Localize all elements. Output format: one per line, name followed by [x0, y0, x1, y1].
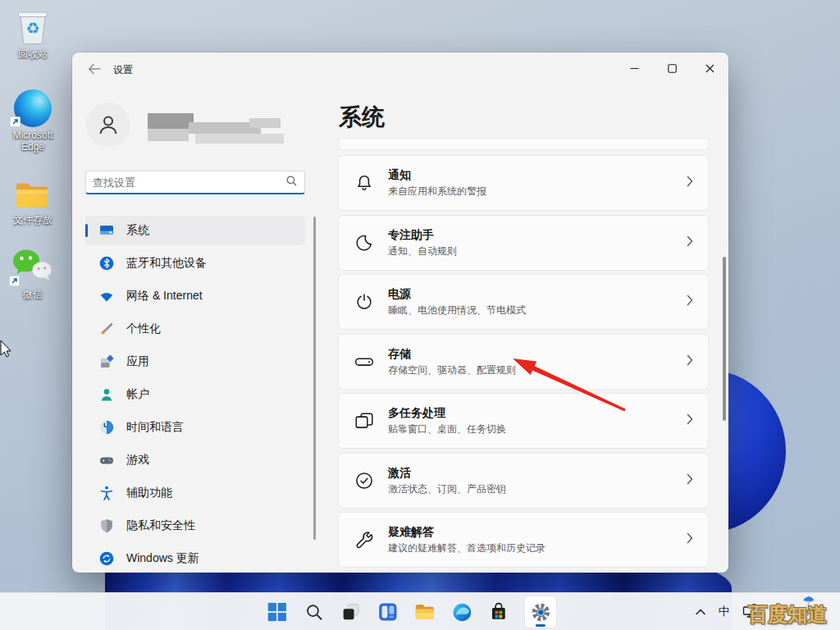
shortcut-arrow-icon — [9, 276, 20, 286]
card-subtitle: 建议的疑难解答、首选项和历史记录 — [388, 541, 687, 555]
sidebar-item-network[interactable]: 网络 & Internet — [85, 281, 305, 311]
ime-indicator[interactable]: 中 — [719, 605, 730, 619]
sidebar-item-gaming[interactable]: 游戏 — [85, 445, 305, 475]
bell-icon — [354, 172, 375, 194]
card-subtitle: 贴靠窗口、桌面、任务切换 — [388, 422, 687, 436]
card-notifications[interactable]: 通知来自应用和系统的警报 — [338, 155, 709, 211]
desktop-icon-column: ♻ 回收站 Microsoft Edge 文件存放 — [3, 5, 62, 312]
desktop-icon-label: 微信 — [3, 289, 62, 300]
chevron-right-icon — [687, 354, 693, 369]
edge-icon — [3, 86, 62, 127]
task-view-icon[interactable] — [340, 600, 363, 623]
maximize-button[interactable] — [653, 52, 691, 84]
card-title: 存储 — [388, 346, 687, 361]
desktop-icon-folder[interactable]: 文件存放 — [3, 171, 62, 226]
card-storage[interactable]: 存储存储空间、驱动器、配置规则 — [338, 334, 709, 390]
card-title: 激活 — [388, 465, 687, 480]
wrench-icon — [354, 529, 375, 550]
sidebar-item-windows-update[interactable]: Windows 更新 — [85, 544, 305, 573]
desktop-icon-label: Microsoft Edge — [3, 130, 62, 153]
card-title: 疑难解答 — [388, 524, 687, 539]
watermark-text: 百度知道 — [748, 603, 827, 625]
bluetooth-icon — [98, 255, 115, 272]
tray-chevron-up-icon[interactable] — [695, 605, 706, 619]
sidebar-item-privacy[interactable]: 隐私和安全性 — [85, 511, 305, 541]
card-title: 专注助手 — [388, 227, 687, 242]
wechat-icon — [3, 245, 62, 286]
chevron-right-icon — [687, 413, 693, 428]
window-title: 设置 — [113, 63, 133, 77]
card-focus-assist[interactable]: 专注助手通知、自动规则 — [338, 215, 709, 271]
desktop-icon-label: 回收站 — [3, 48, 62, 60]
sidebar-item-personalization[interactable]: 个性化 — [85, 314, 305, 344]
card-troubleshoot[interactable]: 疑难解答建议的疑难解答、首选项和历史记录 — [338, 512, 709, 568]
minimize-button[interactable] — [615, 52, 653, 84]
file-explorer-icon[interactable] — [413, 600, 436, 623]
taskbar-settings-icon[interactable] — [524, 596, 557, 628]
desktop-icon-label: 文件存放 — [3, 214, 62, 226]
desktop-icon-recycle-bin[interactable]: ♻ 回收站 — [3, 5, 62, 60]
folder-icon — [3, 171, 62, 212]
card-subtitle: 睡眠、电池使用情况、节电模式 — [388, 304, 687, 317]
widgets-icon[interactable] — [377, 600, 399, 623]
sidebar-scrollbar[interactable] — [313, 217, 316, 540]
check-circle-icon — [354, 470, 375, 491]
network-icon — [98, 288, 115, 304]
card-power[interactable]: 电源睡眠、电池使用情况、节电模式 — [338, 274, 709, 330]
search-icon — [286, 175, 297, 189]
sidebar-item-accessibility[interactable]: 辅助功能 — [85, 478, 305, 508]
sidebar-item-label: 帐户 — [126, 387, 149, 402]
sidebar-item-apps[interactable]: 应用 — [85, 347, 305, 377]
storage-drive-icon — [354, 351, 375, 372]
search-input[interactable] — [86, 176, 286, 189]
chevron-right-icon — [687, 532, 693, 547]
sidebar-item-label: 时间和语言 — [126, 420, 184, 435]
sidebar-item-bluetooth[interactable]: 蓝牙和其他设备 — [85, 249, 305, 278]
personalization-icon — [98, 321, 115, 337]
sidebar-item-system[interactable]: 系统 — [85, 216, 305, 245]
taskbar-center-icons — [266, 593, 557, 630]
sidebar-item-accounts[interactable]: 帐户 — [85, 380, 305, 409]
sidebar-item-label: Windows 更新 — [126, 551, 199, 566]
power-icon — [354, 291, 375, 313]
content-scrollbar[interactable] — [723, 257, 726, 421]
microsoft-store-icon[interactable] — [487, 600, 510, 623]
chevron-right-icon — [687, 294, 693, 309]
chevron-right-icon — [687, 235, 693, 250]
card-multitasking[interactable]: 多任务处理贴靠窗口、桌面、任务切换 — [338, 393, 709, 449]
multitask-windows-icon — [354, 410, 375, 431]
chevron-right-icon — [687, 473, 693, 488]
sidebar-item-label: 游戏 — [126, 453, 149, 468]
card-subtitle: 来自应用和系统的警报 — [388, 185, 687, 199]
card-title: 电源 — [388, 286, 687, 301]
sidebar-item-time-language[interactable]: 时间和语言 — [85, 413, 305, 442]
page-title: 系统 — [339, 102, 385, 133]
desktop: ♻ 回收站 Microsoft Edge 文件存放 — [0, 0, 840, 630]
sidebar-item-label: 隐私和安全性 — [126, 518, 195, 533]
desktop-icon-edge[interactable]: Microsoft Edge — [3, 86, 62, 153]
search-box — [85, 171, 305, 194]
start-button[interactable] — [266, 600, 289, 623]
card-activation[interactable]: 激活激活状态、订阅、产品密钥 — [338, 453, 709, 509]
card-partial[interactable] — [338, 139, 709, 150]
system-icon — [98, 222, 115, 239]
card-title: 通知 — [388, 167, 687, 182]
apps-icon — [98, 354, 115, 370]
back-button[interactable] — [80, 57, 108, 80]
taskbar: 中 11:50 2 — [0, 592, 840, 630]
card-subtitle: 存储空间、驱动器、配置规则 — [388, 363, 687, 377]
recycle-bin-icon: ♻ — [3, 5, 62, 46]
watermark-baidu-zhidao: ☂ 百度知道 — [748, 601, 840, 628]
desktop-icon-wechat[interactable]: 微信 — [3, 245, 62, 300]
privacy-shield-icon — [98, 518, 115, 534]
gaming-icon — [98, 452, 115, 468]
chevron-right-icon — [687, 176, 693, 190]
titlebar[interactable]: 设置 — [72, 52, 728, 85]
sidebar-item-label: 应用 — [126, 354, 149, 369]
taskbar-edge-icon[interactable] — [450, 600, 473, 623]
sidebar-item-label: 个性化 — [126, 322, 161, 336]
taskbar-search-icon[interactable] — [303, 600, 326, 623]
avatar[interactable] — [86, 103, 130, 147]
close-button[interactable] — [691, 52, 728, 84]
card-partial[interactable] — [338, 571, 709, 573]
